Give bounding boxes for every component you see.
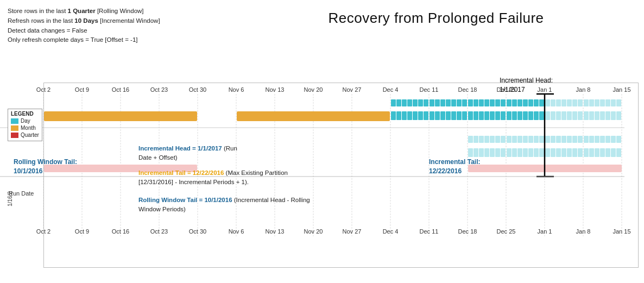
svg-rect-67 (584, 99, 589, 106)
svg-rect-153 (501, 148, 506, 157)
svg-rect-86 (446, 111, 451, 120)
svg-text:Nov 6: Nov 6 (229, 228, 244, 235)
svg-rect-91 (473, 111, 478, 120)
svg-rect-105 (551, 111, 555, 120)
svg-rect-71 (605, 99, 610, 106)
svg-rect-142 (595, 136, 599, 143)
svg-rect-137 (567, 136, 572, 143)
svg-text:Oct 30: Oct 30 (189, 86, 206, 93)
svg-text:Oct 30: Oct 30 (189, 228, 206, 235)
svg-rect-48 (479, 99, 484, 106)
svg-rect-43 (451, 99, 456, 106)
svg-rect-56 (523, 99, 528, 106)
svg-rect-35 (407, 99, 412, 106)
svg-rect-143 (600, 136, 605, 143)
svg-rect-172 (605, 148, 610, 157)
svg-rect-164 (561, 148, 566, 157)
svg-rect-119 (468, 136, 473, 143)
legend-day-label: Day (21, 118, 30, 124)
svg-text:Dec 11: Dec 11 (420, 86, 439, 93)
svg-rect-89 (462, 111, 467, 120)
svg-text:Dec 11: Dec 11 (420, 228, 439, 235)
svg-rect-170 (595, 148, 599, 157)
svg-rect-150 (484, 148, 489, 157)
svg-rect-44 (457, 99, 462, 106)
svg-rect-112 (589, 111, 594, 120)
svg-rect-120 (473, 136, 478, 143)
svg-rect-97 (507, 111, 512, 120)
svg-rect-63 (561, 99, 566, 106)
svg-rect-94 (490, 111, 495, 120)
svg-rect-136 (561, 136, 566, 143)
svg-text:Oct 9: Oct 9 (75, 228, 89, 235)
svg-rect-123 (490, 136, 495, 143)
svg-text:Oct 9: Oct 9 (75, 86, 89, 93)
svg-rect-57 (528, 99, 533, 106)
svg-rect-171 (600, 148, 605, 157)
svg-text:Nov 27: Nov 27 (343, 86, 362, 93)
svg-rect-158 (528, 148, 533, 157)
run-date-value: 1/16/2 (7, 191, 13, 206)
month-row (44, 111, 621, 121)
svg-rect-36 (413, 99, 418, 106)
svg-rect-42 (446, 99, 451, 106)
svg-rect-166 (572, 148, 577, 157)
formula-incr-head: Incremental Head = 1/1/2017 (RunDate + O… (138, 144, 237, 163)
svg-rect-59 (539, 99, 544, 106)
svg-rect-47 (473, 99, 478, 106)
svg-rect-95 (495, 111, 500, 120)
svg-rect-88 (457, 111, 462, 120)
svg-rect-168 (584, 148, 589, 157)
svg-rect-133 (545, 136, 550, 143)
svg-rect-84 (435, 111, 440, 120)
svg-rect-41 (440, 99, 445, 106)
svg-rect-82 (424, 111, 428, 120)
svg-text:Nov 13: Nov 13 (266, 86, 285, 93)
svg-rect-83 (430, 111, 434, 120)
svg-rect-101 (528, 111, 533, 120)
x-axis-bottom: Oct 2 Oct 9 Oct 16 Oct 23 Oct 30 Nov 6 N… (36, 228, 631, 235)
rolling-tail-annotation: Rolling Window Tail: 10/1/2016 (14, 158, 77, 176)
svg-rect-64 (567, 99, 572, 106)
svg-rect-65 (572, 99, 577, 106)
svg-rect-116 (611, 111, 616, 120)
svg-text:Jan 8: Jan 8 (576, 86, 591, 93)
svg-rect-46 (468, 99, 473, 106)
formula-rolling-tail: Rolling Window Tail = 10/1/2016 (Increme… (138, 196, 310, 215)
svg-rect-141 (589, 136, 594, 143)
svg-text:Dec 4: Dec 4 (383, 86, 399, 93)
svg-rect-85 (440, 111, 445, 120)
svg-rect-40 (435, 99, 440, 106)
svg-rect-139 (578, 136, 583, 143)
svg-rect-93 (484, 111, 489, 120)
svg-rect-33 (396, 99, 401, 106)
svg-text:Jan 15: Jan 15 (613, 86, 630, 93)
svg-rect-99 (517, 111, 522, 120)
svg-rect-135 (556, 136, 561, 143)
svg-rect-152 (495, 148, 500, 157)
incr-tail-annotation: Incremental Tail: 12/22/2016 (429, 158, 480, 176)
svg-rect-110 (578, 111, 583, 120)
svg-rect-160 (539, 148, 544, 157)
svg-rect-38 (424, 99, 428, 106)
svg-rect-108 (567, 111, 572, 120)
svg-rect-157 (523, 148, 528, 157)
svg-rect-148 (473, 148, 478, 157)
svg-text:Jan 1: Jan 1 (538, 228, 552, 235)
month-color-swatch (11, 125, 18, 131)
svg-rect-138 (572, 136, 577, 143)
svg-rect-127 (512, 136, 517, 143)
legend-item-day: Day (11, 118, 39, 124)
svg-rect-132 (539, 136, 544, 143)
info-line-4: Only refresh complete days = True [Offse… (8, 35, 160, 45)
svg-rect-114 (600, 111, 605, 120)
svg-rect-92 (479, 111, 484, 120)
svg-rect-100 (523, 111, 528, 120)
svg-rect-128 (517, 136, 522, 143)
svg-rect-109 (572, 111, 577, 120)
page-title: Recovery from Prolonged Failure (228, 10, 644, 27)
svg-rect-121 (479, 136, 484, 143)
legend-item-quarter: Quarter (11, 132, 39, 138)
svg-rect-161 (545, 148, 550, 157)
svg-rect-72 (611, 99, 616, 106)
